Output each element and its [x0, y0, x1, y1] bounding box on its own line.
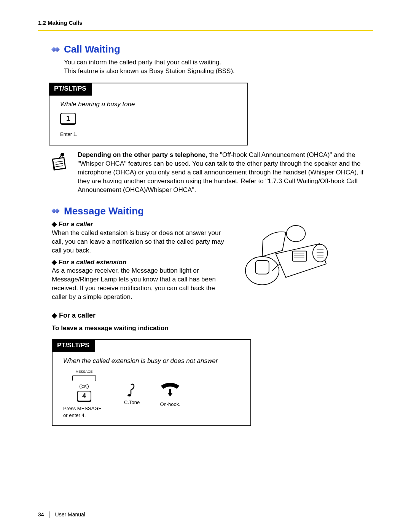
svg-point-3 — [287, 225, 306, 241]
note-text: Depending on the other party s telephone… — [78, 151, 367, 195]
page-number: 34 — [38, 511, 44, 518]
svg-rect-4 — [293, 251, 307, 261]
running-header: 1.2 Making Calls — [38, 19, 373, 27]
desk-telephone-illustration — [242, 220, 330, 288]
svg-point-6 — [127, 394, 131, 396]
diamonds-icon — [49, 207, 62, 215]
call-waiting-procedure: PT/SLT/PS While hearing a busy tone 1 En… — [49, 83, 248, 145]
for-a-caller-title: For a caller — [52, 311, 373, 320]
svg-rect-2 — [255, 260, 269, 274]
confirmation-tone-icon — [126, 382, 139, 398]
footer-separator — [49, 511, 50, 518]
call-waiting-intro-1: You can inform the called party that you… — [64, 58, 373, 67]
or-pill: OR — [80, 384, 89, 389]
page-footer: 34 User Manual — [38, 511, 85, 518]
note-bold: Depending on the other party s telephone — [78, 151, 206, 158]
call-waiting-intro-2: This feature is also known as Busy Stati… — [64, 67, 373, 76]
note-icon — [49, 151, 70, 172]
message-button-icon — [72, 375, 96, 381]
message-label: MESSAGE — [63, 369, 105, 374]
procedure-tab: PT/SLT/PS — [52, 339, 95, 352]
on-hook-icon — [159, 380, 182, 397]
for-a-caller-heading: For a caller — [52, 220, 231, 229]
leave-msg-task: To leave a message waiting indication — [52, 324, 373, 333]
for-called-ext-body: As a message receiver, the Message butto… — [52, 267, 231, 302]
for-called-ext-heading: For a called extension — [52, 258, 231, 267]
footer-label: User Manual — [55, 511, 85, 518]
call-waiting-heading: Call Waiting — [64, 43, 120, 56]
diamonds-icon — [49, 45, 62, 54]
leave-msg-procedure: PT/SLT/PS When the called extension is b… — [52, 339, 251, 426]
message-waiting-heading: Message Waiting — [64, 204, 144, 218]
for-a-caller-body: When the called extension is busy or doe… — [52, 229, 231, 255]
key-4: 4 — [77, 391, 91, 401]
key-1: 1 — [60, 113, 76, 124]
onhook-label: On-hook. — [159, 401, 182, 408]
svg-point-5 — [313, 244, 328, 262]
header-rule — [38, 30, 373, 31]
ctone-label: C.Tone — [124, 399, 140, 406]
step1-caption: Press MESSAGE or enter 4. — [63, 405, 105, 419]
procedure-context: While hearing a busy tone — [60, 100, 240, 109]
procedure-tab: PT/SLT/PS — [49, 83, 92, 96]
procedure-context: When the called extension is busy or doe… — [63, 357, 243, 366]
key-1-caption: Enter 1. — [60, 131, 240, 138]
